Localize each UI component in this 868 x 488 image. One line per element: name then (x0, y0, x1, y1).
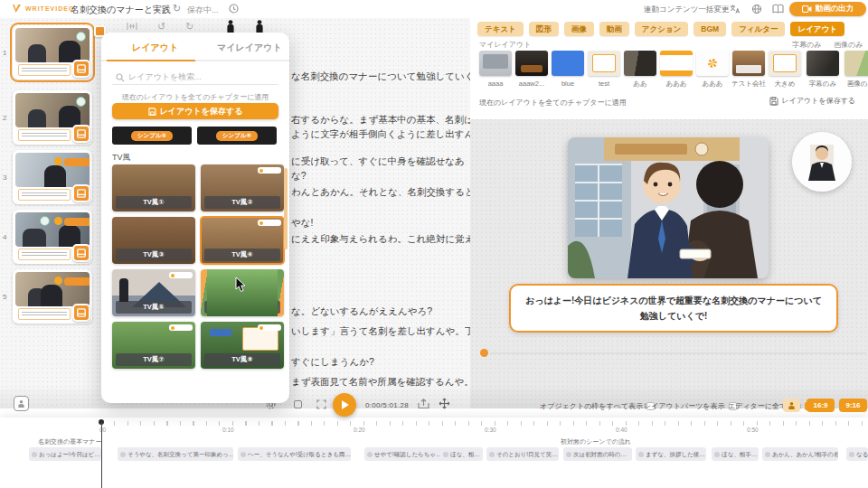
save-layout-link[interactable]: レイアウトを保存する (769, 96, 856, 106)
stop-button[interactable] (294, 400, 302, 408)
refresh-icon[interactable]: ↻ (173, 3, 181, 14)
layout-item-tv3[interactable]: TV風③ (112, 217, 195, 264)
layout-preset-thumb[interactable] (624, 51, 656, 76)
export-video-button[interactable]: 動画の出力 (789, 2, 866, 16)
chapter-layout-button[interactable] (72, 244, 90, 262)
subtitle-caption-box[interactable]: おっはよー!今日はビジネスの世界で超重要な名刺交換のマナーについて勉強していくで… (509, 284, 838, 333)
popup-scrollbar[interactable] (284, 168, 288, 249)
apply-all-chapters-label[interactable]: 現在のレイアウトを全てのチャプターに適用 (479, 98, 627, 108)
toggle-show-object-frames[interactable]: オブジェクトの枠をすべて表示 (540, 401, 655, 411)
layout-item-tv8[interactable]: TV風⑧ (201, 322, 284, 369)
layout-item-tv4[interactable]: TV風④ (201, 217, 284, 264)
chapter-caption-strip (18, 129, 71, 141)
chapter-card-3[interactable] (13, 150, 92, 204)
translate-icon[interactable] (729, 4, 740, 14)
tab-shape[interactable]: 図形 (529, 22, 559, 36)
history-icon[interactable] (229, 4, 239, 14)
popup-tab-mylayout[interactable]: マイレイアウト (217, 42, 282, 54)
globe-icon[interactable] (751, 4, 762, 14)
presenter-avatar[interactable] (792, 132, 852, 192)
tab-image[interactable]: 画像 (564, 22, 594, 36)
layout-preset-name: あああ (693, 80, 732, 89)
toggle-show-layout-parts[interactable]: レイアウトパーツを表示 (644, 401, 737, 411)
chapter-card-5[interactable] (13, 269, 92, 324)
playhead-line[interactable] (101, 422, 102, 488)
timeline-segment[interactable]: なる… (846, 447, 868, 461)
timeline-segment[interactable]: あかん、あかん!相手の名… (762, 447, 838, 461)
chapter-layout-button[interactable] (72, 60, 90, 78)
layout-search-input[interactable] (112, 69, 278, 85)
timeline-chapter-label-1[interactable]: 名刺交換の基本マナー (38, 437, 102, 446)
layout-preset-thumb[interactable] (696, 51, 729, 76)
undo-icon[interactable]: ↺ (157, 21, 165, 32)
chapter-card-2[interactable] (13, 90, 92, 145)
tab-layout[interactable]: レイアウト (790, 22, 844, 36)
chapter-card-1[interactable] (13, 25, 92, 80)
layout-item-simple[interactable]: シンプル⑤ (112, 127, 192, 145)
sync-content-label[interactable]: 連動コンテンツ一括変更 (644, 5, 730, 15)
presenter-size-button[interactable] (783, 399, 800, 412)
aspect-16-9-button[interactable]: 16:9 (807, 399, 835, 412)
tab-filter[interactable]: フィルター (731, 22, 785, 36)
layout-item-tv7[interactable]: TV風⑦ (112, 322, 195, 369)
mouse-cursor (235, 277, 247, 293)
layout-icon (77, 249, 86, 258)
tab-bgm[interactable]: BGM (693, 22, 726, 36)
redo-icon[interactable]: ↻ (185, 21, 193, 32)
fullscreen-icon[interactable] (316, 399, 326, 409)
layout-preset-thumb[interactable] (660, 51, 693, 76)
layout-item-simple[interactable]: シンプル⑥ (197, 127, 277, 145)
layout-preset-thumb[interactable] (588, 51, 620, 76)
split-icon[interactable] (127, 21, 137, 32)
chapter-card-4[interactable] (13, 210, 92, 264)
layout-preset-thumb[interactable] (769, 51, 801, 76)
layout-item-tv1[interactable]: TV風① (112, 164, 195, 211)
presenter-toggle-icon (17, 399, 25, 408)
layout-preset-thumb[interactable] (552, 51, 584, 76)
layout-item-tv2[interactable]: TV風② (201, 164, 284, 211)
chapter-thumbnail (15, 93, 90, 127)
tv-section-label: TV風 (112, 152, 131, 164)
scene-list-button[interactable] (14, 396, 29, 411)
timeline-segment[interactable]: ほな、相… (440, 447, 483, 461)
pan-move-icon[interactable] (439, 398, 450, 409)
tab-video[interactable]: 動画 (599, 22, 629, 36)
layout-preset-thumb[interactable] (844, 51, 868, 76)
timeline-segment[interactable]: へー、そうなんや!受け取るときも両… (238, 447, 351, 461)
timeline-chapter-label-2[interactable]: 初対面のシーンでの流れ (561, 437, 631, 446)
layout-icon (77, 308, 86, 317)
popup-save-layout-button[interactable]: レイアウトを保存する (112, 103, 278, 119)
tab-action[interactable]: アクション (635, 22, 689, 36)
guide-book-icon[interactable] (772, 4, 784, 14)
aspect-9-16-button[interactable]: 9:16 (839, 399, 867, 412)
scene-progress-dot[interactable] (480, 349, 488, 357)
character-2-icon[interactable] (255, 20, 264, 33)
script-line: な名刺交換のマナーについて勉強していく (291, 70, 470, 83)
export-frame-icon[interactable] (418, 399, 429, 409)
chapter-layout-button[interactable] (72, 184, 90, 202)
toggle-show-all-in-editor[interactable]: エディターに全て表示 (728, 401, 813, 411)
project-title[interactable]: 名刺交換のマナーと実践 (71, 4, 171, 16)
layout-preset-thumb[interactable] (732, 51, 765, 76)
timeline-segment[interactable]: そのとおり!目見て笑… (486, 447, 559, 461)
character-1-icon[interactable] (226, 20, 235, 33)
tab-text[interactable]: テキスト (477, 22, 524, 36)
video-preview[interactable] (568, 137, 769, 278)
chapter-layout-button[interactable] (72, 125, 90, 143)
timeline-segment[interactable]: 次は初対面の時の… (563, 447, 632, 461)
timeline-segment[interactable]: そうやな、名刺交換って第一印象めっ… (118, 447, 233, 461)
layout-preset-thumb[interactable] (515, 51, 548, 76)
script-line: な? (291, 170, 470, 183)
chapter-layout-button[interactable] (72, 304, 90, 322)
timeline-ruler[interactable] (101, 421, 868, 426)
timeline-segment[interactable]: ほな、相手… (712, 447, 759, 461)
play-button[interactable] (333, 393, 356, 417)
timeline-segment[interactable]: おっはよー!今日はビ… (29, 447, 101, 461)
chapter-number: 3 (3, 174, 6, 182)
scene-progress-line[interactable] (490, 352, 866, 354)
layout-item-tv5[interactable]: TV風⑤ (112, 269, 195, 316)
timeline-segment[interactable]: まずな、挨拶した後… (636, 447, 706, 461)
layout-preset-thumb[interactable] (807, 51, 839, 76)
layout-preset-thumb[interactable] (479, 51, 512, 76)
popup-tab-layout[interactable]: レイアウト (132, 42, 178, 54)
